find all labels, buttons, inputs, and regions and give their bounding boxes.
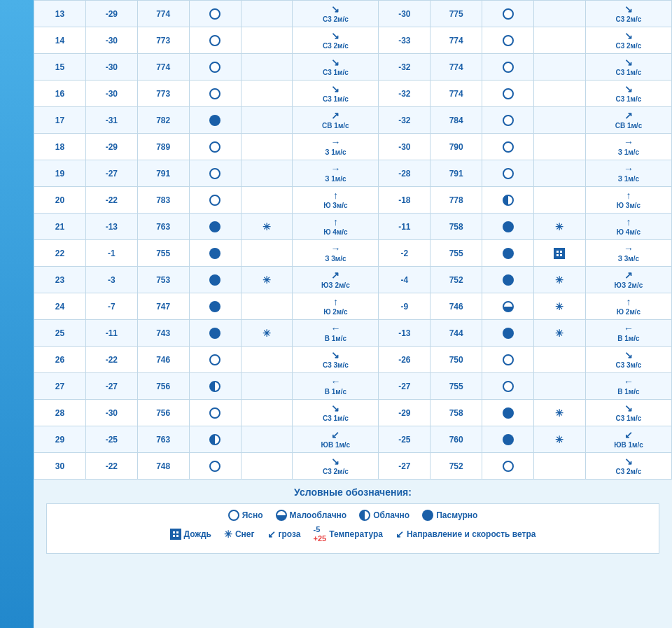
wind-col2: ↘ С3 1м/с bbox=[585, 81, 671, 107]
wind-col1: ↑ Ю 3м/с bbox=[293, 187, 379, 214]
cloud-col2 bbox=[482, 54, 534, 81]
wind-col1: ↗ ЮЗ 2м/с bbox=[293, 267, 379, 293]
cloud-empty-icon bbox=[503, 62, 514, 73]
cloud-empty-icon bbox=[503, 35, 514, 46]
legend-row-2: Дождь ✳ Снег ↙ гроза -5 +25 bbox=[55, 525, 650, 543]
temp-label: Температура bbox=[329, 529, 383, 539]
wind-arrow-icon: ↘ bbox=[294, 403, 377, 414]
table-row: 17 -31 782 ↗ СВ 1м/с -32 784 ↗ СВ 1м/с bbox=[34, 107, 672, 134]
wind-label: З 1м/с bbox=[618, 175, 639, 183]
special-col1 bbox=[241, 240, 293, 267]
row-number: 28 bbox=[34, 400, 86, 426]
wind-col1: ↘ С3 3м/с bbox=[293, 347, 379, 373]
wind-arrow-icon: → bbox=[587, 137, 670, 148]
wind-label: ЮЗ 2м/с bbox=[321, 281, 350, 289]
legend-rain: Дождь bbox=[170, 529, 211, 540]
row-number: 20 bbox=[34, 187, 86, 214]
cloud-col1 bbox=[189, 373, 241, 400]
cloud-full-icon bbox=[209, 274, 220, 286]
wind-cell: ← В 1м/с bbox=[587, 323, 670, 343]
row-number: 26 bbox=[34, 347, 86, 373]
temp-col2: -33 bbox=[379, 27, 430, 54]
cloud-col2 bbox=[482, 373, 534, 400]
wind-label: С3 1м/с bbox=[616, 69, 642, 76]
special-col1: ✳ bbox=[241, 320, 293, 347]
legend-wind: ↙ Направление и скорость ветра bbox=[396, 529, 536, 540]
special-col2 bbox=[534, 1, 586, 27]
cloud-empty-icon bbox=[209, 461, 220, 472]
wind-col1: ↘ С3 1м/с bbox=[293, 81, 379, 107]
cloud-empty-icon bbox=[503, 88, 514, 99]
partly-cloudy-label: Малооблачно bbox=[290, 510, 347, 520]
wind-arrow-icon: ↘ bbox=[294, 4, 377, 15]
cloud-empty-icon bbox=[503, 141, 514, 153]
pressure-col1: 782 bbox=[137, 107, 189, 134]
wind-col2: ↘ С3 2м/с bbox=[585, 1, 671, 27]
pressure-col1: 774 bbox=[137, 54, 189, 81]
wind-arrow-icon: → bbox=[294, 137, 377, 148]
cloud-full-icon bbox=[503, 434, 514, 445]
wind-cell: ← В 1м/с bbox=[294, 323, 377, 343]
wind-cell: ↙ ЮВ 1м/с bbox=[294, 429, 377, 449]
cloud-empty-icon bbox=[209, 88, 220, 99]
temp-col1: -30 bbox=[85, 54, 137, 81]
special-col2 bbox=[534, 81, 586, 107]
wind-label: С3 2м/с bbox=[616, 42, 642, 50]
cloud-full-icon bbox=[209, 301, 220, 312]
wind-cell: → З 3м/с bbox=[294, 243, 377, 263]
wind-label: Ю 4м/с bbox=[323, 228, 347, 236]
cloud-col1 bbox=[189, 134, 241, 160]
wind-cell: ↗ СВ 1м/с bbox=[587, 110, 670, 130]
wind-cell: ↑ Ю 2м/с bbox=[587, 296, 670, 316]
pressure-col2: 744 bbox=[430, 320, 482, 347]
legend-partly-cloudy: Малооблачно bbox=[276, 510, 347, 521]
special-col2 bbox=[534, 160, 586, 187]
temp-col2: -30 bbox=[379, 134, 430, 160]
cloud-full-icon bbox=[503, 248, 514, 259]
row-number: 15 bbox=[34, 54, 86, 81]
wind-col1: ← В 1м/с bbox=[293, 373, 379, 400]
cloud-col2 bbox=[482, 400, 534, 426]
cloud-col1 bbox=[189, 27, 241, 54]
temp-col2: -29 bbox=[379, 400, 430, 426]
snow-special-icon: ✳ bbox=[262, 221, 271, 232]
wind-label: З 1м/с bbox=[618, 148, 639, 156]
wind-cell: → З 1м/с bbox=[294, 137, 377, 157]
legend-box: Ясно Малооблачно Облачно Пасмурно bbox=[46, 503, 659, 554]
table-row: 16 -30 773 ↘ С3 1м/с -32 774 ↘ С3 1м/с bbox=[34, 81, 672, 107]
snow-special-icon: ✳ bbox=[262, 274, 271, 286]
table-row: 25 -11 743 ✳ ← В 1м/с -13 744 ✳ ← В 1м/с bbox=[34, 320, 672, 347]
snow-special-icon: ✳ bbox=[555, 328, 564, 339]
wind-label: Ю 3м/с bbox=[323, 202, 347, 209]
cloud-full-icon bbox=[209, 115, 220, 126]
special-col2: ✳ bbox=[534, 426, 586, 453]
pressure-col2: 774 bbox=[430, 27, 482, 54]
row-number: 14 bbox=[34, 27, 86, 54]
row-number: 29 bbox=[34, 426, 86, 453]
wind-arrow-icon: ← bbox=[294, 323, 377, 335]
special-col1 bbox=[241, 81, 293, 107]
temp-pos: +25 bbox=[314, 534, 327, 543]
special-col1 bbox=[241, 293, 293, 320]
special-col2 bbox=[534, 453, 586, 480]
wind-label: СВ 1м/с bbox=[615, 122, 643, 130]
row-number: 18 bbox=[34, 134, 86, 160]
cloud-col1 bbox=[189, 320, 241, 347]
wind-label: В 1м/с bbox=[325, 335, 346, 342]
cloud-empty-icon bbox=[503, 8, 514, 20]
cloud-empty-icon bbox=[503, 115, 514, 126]
row-number: 16 bbox=[34, 81, 86, 107]
cloud-col1 bbox=[189, 160, 241, 187]
temp-col2: -32 bbox=[379, 81, 430, 107]
wind-cell: ↙ ЮВ 1м/с bbox=[587, 429, 670, 449]
legend-temp: -5 +25 Температура bbox=[314, 525, 383, 543]
pressure-col2: 752 bbox=[430, 453, 482, 480]
wind-arrow-icon: ← bbox=[587, 323, 670, 335]
wind-col2: → З 1м/с bbox=[585, 160, 671, 187]
temp-col1: -22 bbox=[85, 453, 137, 480]
wind-label: СВ 1м/с bbox=[322, 122, 349, 130]
legend-row-1: Ясно Малооблачно Облачно Пасмурно bbox=[55, 510, 650, 521]
wind-col2: ↗ ЮЗ 2м/с bbox=[585, 267, 671, 293]
wind-arrow-icon: → bbox=[294, 163, 377, 175]
pressure-col2: 750 bbox=[430, 347, 482, 373]
